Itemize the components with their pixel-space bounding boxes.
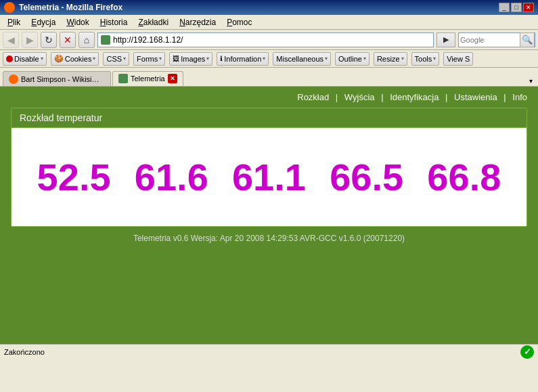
panel-header: Rozkład temperatur [12, 108, 526, 128]
status-icon: ✓ [520, 345, 534, 359]
go-button[interactable]: ▶ [436, 32, 455, 47]
footer-label: Telemetria v0.6 Wersja: Apr 20 2008 14:2… [133, 234, 405, 243]
firefox-icon [4, 2, 15, 13]
tab-label-wikisimpsons: Bart Simpson - Wikisimpsons - a Wikia ..… [21, 75, 105, 83]
images-btn[interactable]: 🖼 Images▾ [169, 52, 212, 66]
menu-pomoc[interactable]: Pomoc [222, 16, 256, 29]
temp-value-2: 61.6 [135, 155, 208, 199]
nav-identyfikacja[interactable]: Identyfikacja [390, 92, 439, 102]
address-bar[interactable]: http://192.168.1.12/ [97, 32, 434, 47]
nav-sep-2: | [381, 92, 383, 102]
temp-value-3: 61.1 [232, 155, 306, 199]
temp-value-5: 66.8 [427, 155, 501, 199]
outline-btn[interactable]: Outline▾ [335, 52, 369, 66]
tab-close-telemetria[interactable]: ✕ [168, 74, 177, 83]
nav-ustawienia[interactable]: Ustawienia [454, 92, 497, 102]
forms-btn[interactable]: Forms▾ [133, 52, 165, 66]
ext-toolbar: Disable▾ 🍪 Cookies▾ CSS▾ Forms▾ 🖼 Images… [0, 50, 538, 68]
menu-plik[interactable]: Plik [3, 16, 25, 29]
tab-icon-wikisimpsons [9, 74, 18, 84]
tab-wikisimpsons[interactable]: Bart Simpson - Wikisimpsons - a Wikia ..… [3, 71, 111, 86]
menu-historia[interactable]: Historia [95, 16, 133, 29]
search-input[interactable] [459, 33, 520, 47]
nav-rozklad[interactable]: Rozkład [297, 92, 329, 102]
menu-edycja[interactable]: Edycja [26, 16, 60, 29]
reload-button[interactable]: ↻ [41, 32, 57, 48]
nav-links: Rozkład | Wyjścia | Identyfikacja | Usta… [0, 87, 538, 108]
nav-sep-1: | [336, 92, 338, 102]
forward-button[interactable]: ▶ [22, 32, 38, 48]
search-container: 🔍 [458, 32, 535, 47]
resize-btn[interactable]: Resize▾ [374, 52, 407, 66]
nav-info[interactable]: Info [512, 92, 527, 102]
menu-widok[interactable]: Widok [62, 16, 93, 29]
nav-sep-3: | [445, 92, 447, 102]
menu-narzedzia[interactable]: Narzędzia [175, 16, 221, 29]
css-btn[interactable]: CSS▾ [103, 52, 129, 66]
title-bar-left: Telemetria - Mozilla Firefox [4, 2, 122, 13]
tab-bar: Bart Simpson - Wikisimpsons - a Wikia ..… [0, 68, 538, 87]
tab-telemetria[interactable]: Telemetria ✕ [112, 71, 183, 86]
tab-scroll-arrow[interactable]: ▾ [526, 76, 535, 86]
miscellaneous-btn[interactable]: Miscellaneous▾ [273, 52, 331, 66]
back-button[interactable]: ◀ [3, 32, 19, 48]
stop-button[interactable]: ✕ [60, 32, 76, 48]
temperature-panel: Rozkład temperatur 52.5 61.6 61.1 66.5 6… [11, 108, 527, 227]
minimize-button[interactable]: _ [499, 3, 510, 12]
menu-zakladki[interactable]: Zakładki [133, 16, 173, 29]
cookies-btn[interactable]: 🍪 Cookies▾ [51, 52, 99, 66]
tab-icon-telemetria [118, 74, 128, 83]
main-toolbar: ◀ ▶ ↻ ✕ ⌂ http://192.168.1.12/ ▶ 🔍 [0, 30, 538, 50]
title-bar: Telemetria - Mozilla Firefox _ □ ✕ [0, 0, 538, 15]
nav-sep-4: | [503, 92, 506, 102]
status-text: Zakończono [4, 348, 45, 356]
footer-text: Telemetria v0.6 Wersja: Apr 20 2008 14:2… [0, 227, 538, 250]
close-button[interactable]: ✕ [523, 3, 534, 12]
home-button[interactable]: ⌂ [79, 32, 95, 48]
temperature-values: 52.5 61.6 61.1 66.5 66.8 [12, 128, 526, 226]
information-btn[interactable]: ℹ Information▾ [217, 52, 269, 66]
temp-value-4: 66.5 [330, 155, 403, 199]
views-btn[interactable]: View S [443, 52, 473, 66]
status-bar: Zakończono ✓ [0, 344, 538, 359]
window-title: Telemetria - Mozilla Firefox [19, 3, 122, 12]
temp-value-1: 52.5 [37, 155, 111, 199]
tab-label-telemetria: Telemetria [131, 74, 165, 83]
title-bar-controls[interactable]: _ □ ✕ [499, 3, 534, 12]
search-button[interactable]: 🔍 [520, 32, 535, 47]
nav-wyjscia[interactable]: Wyjścia [344, 92, 375, 102]
maximize-button[interactable]: □ [511, 3, 522, 12]
menu-bar: Plik Edycja Widok Historia Zakładki Narz… [0, 15, 538, 30]
address-bar-container: http://192.168.1.12/ ▶ [97, 32, 455, 47]
site-icon [101, 35, 110, 45]
browser-content: telemetria Rozkład | Wyjścia | Identyfik… [0, 87, 538, 344]
disable-btn[interactable]: Disable▾ [3, 52, 47, 66]
address-text: http://192.168.1.12/ [113, 35, 430, 45]
tools-btn[interactable]: Tools▾ [411, 52, 440, 66]
